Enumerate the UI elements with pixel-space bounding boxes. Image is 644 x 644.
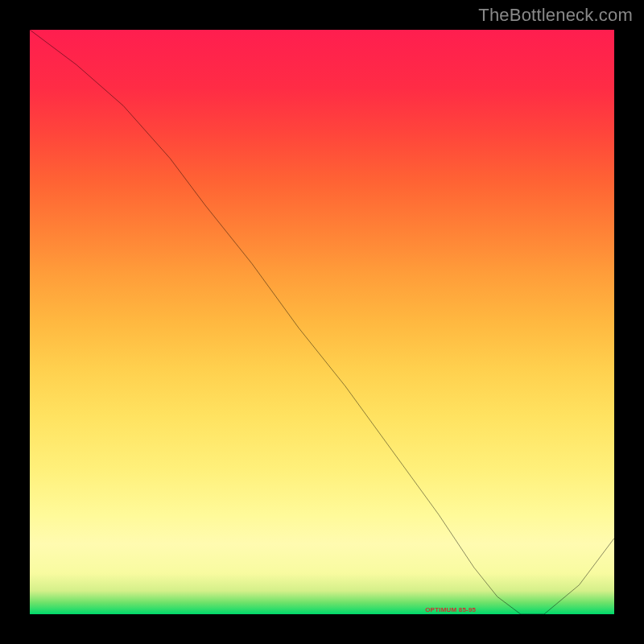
chart-container: TheBottleneck.com OPTIMUM 85-95: [0, 0, 644, 644]
optimum-marker-label: OPTIMUM 85-95: [425, 606, 476, 613]
watermark-text: TheBottleneck.com: [478, 5, 633, 26]
gradient-background: [30, 30, 614, 614]
plot-frame: OPTIMUM 85-95: [24, 24, 620, 620]
